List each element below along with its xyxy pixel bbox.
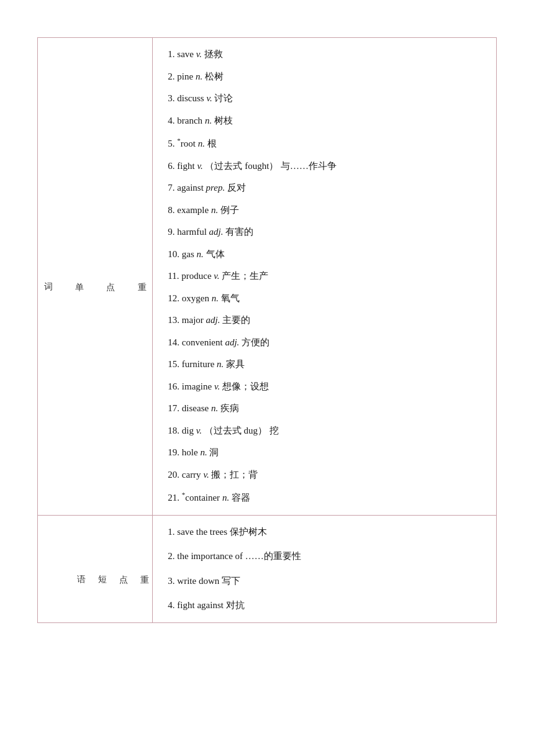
vocab-item: 14. convenient adj. 方便的 xyxy=(168,335,484,351)
vocab-item: 19. hole n. 洞 xyxy=(168,445,484,461)
vocab-section: 重点单词 1. save v. 拯救2. pine n. 松树3. discus… xyxy=(38,38,497,516)
phrase-label: 重点短语 xyxy=(38,515,153,622)
vocab-item: 6. fight v. （过去式 fought） 与……作斗争 xyxy=(168,158,484,175)
phrase-item: 3. write down 写下 xyxy=(168,573,484,590)
vocab-item: 8. example n. 例子 xyxy=(168,203,484,219)
content-table: 重点单词 1. save v. 拯救2. pine n. 松树3. discus… xyxy=(37,37,497,623)
phrase-item: 4. fight against 对抗 xyxy=(168,598,484,614)
phrase-content: 1. save the trees 保护树木2. the importance … xyxy=(153,515,497,622)
vocab-item: 21. *container n. 容器 xyxy=(168,489,484,506)
vocab-item: 13. major adj. 主要的 xyxy=(168,312,484,329)
phrase-item: 1. save the trees 保护树木 xyxy=(168,524,484,540)
vocab-item: 5. *root n. 根 xyxy=(168,135,484,152)
vocab-item: 15. furniture n. 家具 xyxy=(168,357,484,373)
vocab-item: 1. save v. 拯救 xyxy=(168,47,484,63)
vocab-item: 16. imagine v. 想像；设想 xyxy=(168,379,484,395)
vocab-item: 2. pine n. 松树 xyxy=(168,69,484,85)
vocab-item: 11. produce v. 产生；生产 xyxy=(168,268,484,285)
vocab-content: 1. save v. 拯救2. pine n. 松树3. discuss v. … xyxy=(153,38,497,516)
vocab-item: 12. oxygen n. 氧气 xyxy=(168,291,484,307)
vocab-item: 4. branch n. 树枝 xyxy=(168,113,484,129)
vocab-item: 9. harmful adj. 有害的 xyxy=(168,224,484,240)
phrase-section: 重点短语 1. save the trees 保护树木2. the import… xyxy=(38,515,497,622)
vocab-item: 18. dig v. （过去式 dug） 挖 xyxy=(168,423,484,439)
vocab-item: 20. carry v. 搬；扛；背 xyxy=(168,467,484,483)
vocab-item: 7. against prep. 反对 xyxy=(168,180,484,196)
phrase-item: 2. the importance of ……的重要性 xyxy=(168,549,484,565)
vocab-label: 重点单词 xyxy=(38,38,153,516)
vocab-item: 17. disease n. 疾病 xyxy=(168,401,484,417)
vocab-item: 10. gas n. 气体 xyxy=(168,247,484,263)
vocab-item: 3. discuss v. 讨论 xyxy=(168,91,484,107)
